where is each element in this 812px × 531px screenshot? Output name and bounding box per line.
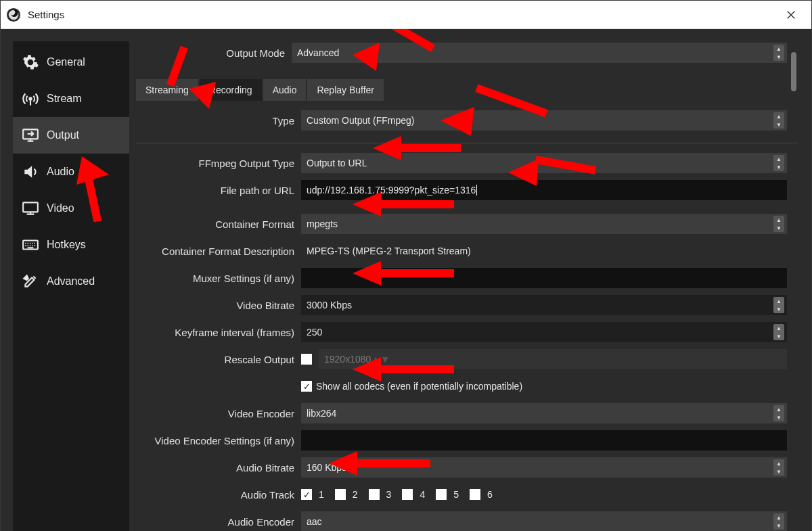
tab-replay-buffer[interactable]: Replay Buffer xyxy=(307,79,384,101)
audio-track-6-checkbox[interactable] xyxy=(470,489,480,500)
rescale-output-label: Rescale Output xyxy=(136,354,301,365)
spinner-icon: ▲▼ xyxy=(773,324,784,340)
main-panel: Output Mode Advanced ▲▼ Streaming Record… xyxy=(136,41,798,531)
sidebar-item-hotkeys[interactable]: Hotkeys xyxy=(13,227,129,263)
keyboard-icon xyxy=(21,235,40,254)
rescale-output-input: 1920x1080 ▲▼ xyxy=(319,349,787,369)
obs-logo-icon xyxy=(6,7,21,22)
ffmpeg-output-type-label: FFmpeg Output Type xyxy=(136,158,301,169)
sidebar-item-label: Output xyxy=(47,129,79,141)
scrollbar-thumb[interactable] xyxy=(791,52,796,91)
titlebar: Settings xyxy=(1,1,811,29)
spinner-icon: ▲▼ xyxy=(773,459,784,476)
video-bitrate-input[interactable]: 3000 Kbps ▲▼ xyxy=(301,295,787,315)
sidebar-item-label: Stream xyxy=(47,93,82,105)
sidebar-item-label: Video xyxy=(47,202,74,214)
speaker-icon xyxy=(21,162,40,181)
file-path-label: File path or URL xyxy=(136,185,301,196)
tools-icon xyxy=(21,272,40,291)
antenna-icon xyxy=(21,89,40,108)
audio-bitrate-select[interactable]: 160 Kbps ▲▼ xyxy=(301,457,787,478)
sidebar-item-label: Audio xyxy=(47,166,74,178)
sidebar-item-advanced[interactable]: Advanced xyxy=(13,263,129,300)
audio-track-1-checkbox[interactable]: ✓ xyxy=(301,489,312,500)
show-all-codecs-checkbox[interactable]: ✓ xyxy=(301,381,312,392)
rescale-output-checkbox[interactable] xyxy=(301,354,312,365)
ffmpeg-output-type-select[interactable]: Output to URL ▲▼ xyxy=(301,153,787,173)
container-desc-value: MPEG-TS (MPEG-2 Transport Stream) xyxy=(301,241,787,261)
video-encoder-settings-label: Video Encoder Settings (if any) xyxy=(136,435,301,446)
type-select[interactable]: Custom Output (FFmpeg) ▲▼ xyxy=(301,110,787,131)
audio-track-4-checkbox[interactable] xyxy=(402,489,413,500)
tab-recording[interactable]: Recording xyxy=(200,79,262,101)
sidebar-item-label: Advanced xyxy=(47,275,95,287)
audio-track-label: Audio Track xyxy=(136,489,301,501)
audio-encoder-label: Audio Encoder xyxy=(136,516,301,528)
show-all-codecs-label: Show all codecs (even if potentially inc… xyxy=(316,381,522,392)
output-mode-value: Advanced xyxy=(297,47,339,58)
sidebar-item-general[interactable]: General xyxy=(13,44,129,80)
sidebar-item-output[interactable]: Output xyxy=(13,117,129,154)
video-encoder-select[interactable]: libx264 ▲▼ xyxy=(301,403,787,423)
audio-track-3-checkbox[interactable] xyxy=(369,489,380,500)
keyframe-interval-input[interactable]: 250 ▲▼ xyxy=(301,322,787,342)
container-format-select[interactable]: mpegts ▲▼ xyxy=(301,214,787,234)
output-tabs: Streaming Recording Audio Replay Buffer xyxy=(136,79,798,101)
audio-encoder-select[interactable]: aac ▲▼ xyxy=(301,511,787,531)
close-button[interactable] xyxy=(776,1,806,29)
video-encoder-label: Video Encoder xyxy=(136,408,301,419)
video-bitrate-label: Video Bitrate xyxy=(136,300,301,311)
container-format-label: Container Format xyxy=(136,218,301,230)
video-encoder-settings-input[interactable] xyxy=(301,430,787,451)
output-mode-select[interactable]: Advanced ▲▼ xyxy=(292,43,787,63)
audio-track-5-checkbox[interactable] xyxy=(436,489,447,500)
sidebar-item-audio[interactable]: Audio xyxy=(13,154,129,190)
sidebar-item-label: Hotkeys xyxy=(47,239,86,251)
tab-streaming[interactable]: Streaming xyxy=(136,79,198,101)
monitor-arrow-icon xyxy=(21,126,40,145)
spinner-icon: ▲▼ xyxy=(371,354,390,365)
type-label: Type xyxy=(136,115,301,126)
sidebar-item-video[interactable]: Video xyxy=(13,190,129,227)
sidebar-item-label: General xyxy=(47,56,85,68)
file-path-input[interactable]: udp://192.168.1.75:9999?pkt_size=1316 xyxy=(301,180,787,200)
muxer-settings-label: Muxer Settings (if any) xyxy=(136,273,301,284)
spinner-icon: ▲▼ xyxy=(773,45,784,61)
output-mode-label: Output Mode xyxy=(136,47,292,59)
spinner-icon: ▲▼ xyxy=(773,405,784,421)
gear-icon xyxy=(21,53,40,72)
cursor-icon xyxy=(476,185,477,195)
audio-bitrate-label: Audio Bitrate xyxy=(136,462,301,474)
spinner-icon: ▲▼ xyxy=(773,513,784,530)
muxer-settings-input[interactable] xyxy=(301,268,787,288)
window-title: Settings xyxy=(28,9,64,20)
spinner-icon: ▲▼ xyxy=(773,155,784,171)
audio-track-2-checkbox[interactable] xyxy=(335,489,346,500)
audio-track-group: ✓1 2 3 4 5 6 xyxy=(301,489,787,500)
spinner-icon: ▲▼ xyxy=(773,297,784,313)
sidebar: General Stream Output xyxy=(13,41,129,531)
svg-rect-4 xyxy=(23,202,38,212)
monitor-icon xyxy=(21,199,40,218)
spinner-icon: ▲▼ xyxy=(773,216,784,232)
sidebar-item-stream[interactable]: Stream xyxy=(13,80,129,117)
container-desc-label: Container Format Description xyxy=(136,246,301,257)
tab-audio[interactable]: Audio xyxy=(263,79,307,101)
spinner-icon: ▲▼ xyxy=(773,112,784,129)
keyframe-interval-label: Keyframe interval (frames) xyxy=(136,327,301,338)
